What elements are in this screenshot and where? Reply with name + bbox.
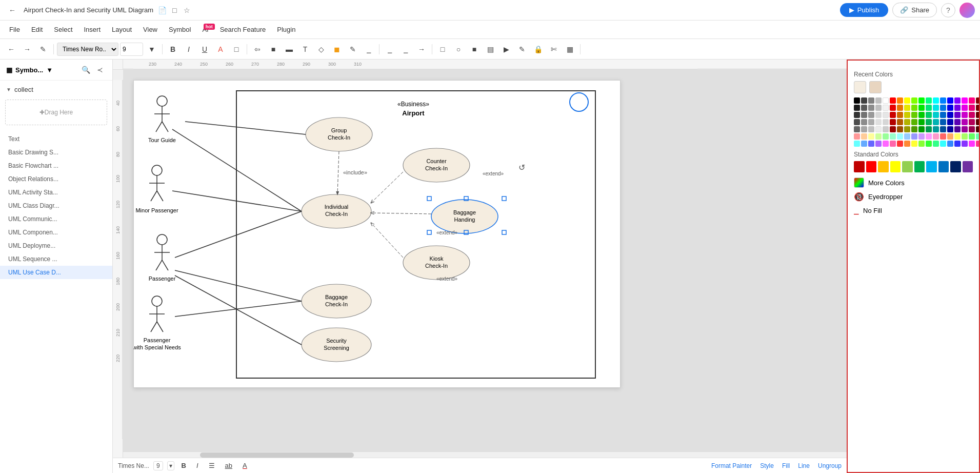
color-cell[interactable]	[883, 141, 889, 147]
color-cell[interactable]	[875, 119, 882, 125]
color-cell[interactable]	[904, 105, 910, 111]
color-cell[interactable]	[890, 105, 896, 111]
font-size-down-btn[interactable]: ▾	[167, 461, 174, 470]
color-cell[interactable]	[875, 133, 882, 140]
color-cell[interactable]	[868, 133, 874, 140]
color-cell[interactable]	[861, 119, 867, 125]
color-cell[interactable]	[976, 126, 980, 132]
color-cell[interactable]	[947, 105, 953, 111]
color-cell[interactable]	[947, 133, 953, 140]
color-cell[interactable]	[883, 126, 889, 132]
color-cell[interactable]	[854, 126, 860, 132]
line-color-btn[interactable]: ✎	[346, 42, 360, 56]
color-cell[interactable]	[926, 112, 932, 118]
sidebar-item-uml-component[interactable]: UML Componen...	[0, 226, 112, 239]
std-color-6[interactable]	[914, 161, 925, 172]
collect-header[interactable]: ▼ collect	[0, 83, 112, 96]
menu-insert[interactable]: Insert	[79, 24, 106, 35]
format-painter-btn[interactable]: ✎	[36, 42, 50, 56]
color-cell[interactable]	[911, 133, 917, 140]
color-cell[interactable]	[954, 97, 961, 104]
sidebar-item-uml-class[interactable]: UML Class Diagr...	[0, 199, 112, 212]
color-cell[interactable]	[976, 141, 980, 147]
color-cell[interactable]	[940, 112, 946, 118]
color-cell[interactable]	[883, 133, 889, 140]
ungroup-label[interactable]: Ungroup	[818, 462, 842, 469]
style-label[interactable]: Style	[760, 462, 774, 469]
color-cell[interactable]	[875, 126, 882, 132]
color-cell[interactable]	[933, 112, 939, 118]
sidebar-item-basic-drawing[interactable]: Basic Drawing S...	[0, 146, 112, 159]
align-left-btn[interactable]: ⇦	[250, 42, 265, 56]
menu-ai[interactable]: AI hot	[197, 24, 213, 35]
shape-extra2[interactable]: ▤	[483, 42, 497, 56]
color-cell[interactable]	[904, 126, 910, 132]
color-cell[interactable]	[940, 119, 946, 125]
avatar[interactable]	[959, 3, 975, 18]
color-cell[interactable]	[861, 97, 867, 104]
std-color-5[interactable]	[902, 161, 913, 172]
color-cell[interactable]	[911, 126, 917, 132]
line-label[interactable]: Line	[798, 462, 810, 469]
std-color-9[interactable]	[950, 161, 961, 172]
color-white[interactable]	[883, 97, 889, 104]
shape-extra1[interactable]: ■	[467, 42, 482, 56]
std-color-1[interactable]	[854, 161, 865, 172]
shape-circle-btn[interactable]: ○	[451, 42, 466, 56]
color-cell[interactable]	[918, 119, 925, 125]
color-cell[interactable]	[954, 119, 961, 125]
color-cell[interactable]	[976, 112, 980, 118]
color-cell[interactable]	[911, 97, 917, 104]
publish-button[interactable]: ▶ Publish	[840, 3, 889, 17]
format-align[interactable]: ☰	[206, 461, 218, 470]
text-style-btn[interactable]: T	[298, 42, 312, 56]
color-cell[interactable]	[947, 97, 953, 104]
color-cell[interactable]	[933, 105, 939, 111]
edit-btn[interactable]: ✎	[515, 42, 529, 56]
cut-btn[interactable]: ✄	[547, 42, 561, 56]
table-btn[interactable]: ▦	[563, 42, 577, 56]
italic-btn[interactable]: I	[182, 42, 196, 56]
std-color-4[interactable]	[890, 161, 901, 172]
color-cell[interactable]	[976, 133, 980, 140]
format-bold[interactable]: B	[178, 461, 189, 470]
color-cell[interactable]	[904, 119, 910, 125]
lock-btn[interactable]: 🔒	[531, 42, 545, 56]
color-cell[interactable]	[868, 105, 874, 111]
menu-select[interactable]: Select	[49, 24, 77, 35]
color-cell[interactable]	[904, 133, 910, 140]
redo-btn[interactable]: →	[20, 42, 34, 56]
color-cell[interactable]	[854, 112, 860, 118]
align-right-btn[interactable]: ▬	[282, 42, 296, 56]
line-weight-btn[interactable]: ⎯	[383, 42, 397, 56]
color-cell[interactable]	[883, 105, 889, 111]
color-cell[interactable]	[954, 112, 961, 118]
color-cell[interactable]	[911, 141, 917, 147]
color-cell[interactable]	[933, 119, 939, 125]
color-cell[interactable]	[962, 126, 968, 132]
color-cell[interactable]	[926, 141, 932, 147]
color-cell[interactable]	[947, 112, 953, 118]
format-color[interactable]: A	[239, 461, 250, 470]
color-cell[interactable]	[969, 141, 975, 147]
font-size-input[interactable]	[120, 43, 143, 56]
color-cell[interactable]	[926, 133, 932, 140]
color-cell[interactable]	[969, 112, 975, 118]
font-color-btn[interactable]: A	[213, 42, 228, 56]
color-cell[interactable]	[918, 105, 925, 111]
color-cell[interactable]	[926, 126, 932, 132]
back-btn[interactable]: ←	[5, 3, 19, 17]
color-cell[interactable]	[976, 97, 980, 104]
menu-file[interactable]: File	[4, 24, 25, 35]
std-color-10[interactable]	[963, 161, 973, 172]
share-button[interactable]: 🔗 Share	[892, 3, 937, 17]
font-size-down[interactable]: ▼	[145, 42, 159, 56]
color-cell[interactable]	[868, 126, 874, 132]
menu-layout[interactable]: Layout	[107, 24, 137, 35]
fill-color-btn[interactable]: ◼	[330, 42, 344, 56]
color-cell[interactable]	[875, 112, 882, 118]
menu-symbol[interactable]: Symbol	[164, 24, 196, 35]
menu-edit[interactable]: Edit	[26, 24, 48, 35]
underline-btn[interactable]: U	[197, 42, 212, 56]
sidebar-item-uml-sequence[interactable]: UML Sequence ...	[0, 252, 112, 266]
